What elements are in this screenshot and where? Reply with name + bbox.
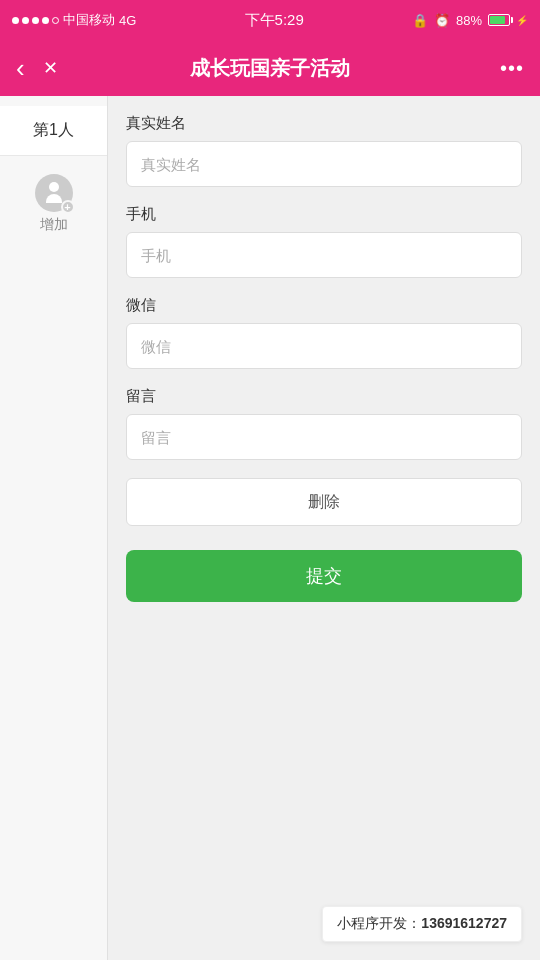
dot2 <box>22 17 29 24</box>
add-icon-circle: + <box>35 174 73 212</box>
label-wechat: 微信 <box>126 296 522 315</box>
sidebar-person-item[interactable]: 第1人 <box>0 106 107 156</box>
message-input[interactable] <box>141 429 507 446</box>
real-name-input[interactable] <box>141 156 507 173</box>
lightning-icon: ⚡ <box>516 15 528 26</box>
battery-percent: 88% <box>456 13 482 28</box>
lock-icon: 🔒 <box>412 13 428 28</box>
delete-button[interactable]: 删除 <box>126 478 522 526</box>
phone-input[interactable] <box>141 247 507 264</box>
add-label: 增加 <box>40 216 68 234</box>
network-label: 4G <box>119 13 136 28</box>
dot4 <box>42 17 49 24</box>
status-right: 🔒 ⏰ 88% ⚡ <box>412 13 528 28</box>
battery-body <box>488 14 510 26</box>
alarm-icon: ⏰ <box>434 13 450 28</box>
sidebar: 第1人 + 增加 <box>0 96 108 960</box>
battery-fill <box>490 16 505 24</box>
dot3 <box>32 17 39 24</box>
plus-badge: + <box>61 200 75 214</box>
field-group-wechat: 微信 <box>126 296 522 369</box>
wechat-input[interactable] <box>141 338 507 355</box>
nav-bar: ‹ ✕ 成长玩国亲子活动 ••• <box>0 40 540 96</box>
field-group-message: 留言 <box>126 387 522 460</box>
battery-indicator <box>488 14 510 26</box>
person-label: 第1人 <box>33 120 74 141</box>
status-bar: 中国移动 4G 下午5:29 🔒 ⏰ 88% ⚡ <box>0 0 540 40</box>
input-wrapper-realname <box>126 141 522 187</box>
label-phone: 手机 <box>126 205 522 224</box>
dot1 <box>12 17 19 24</box>
person-silhouette <box>43 182 65 204</box>
input-wrapper-phone <box>126 232 522 278</box>
page-title: 成长玩国亲子活动 <box>190 55 350 82</box>
input-wrapper-wechat <box>126 323 522 369</box>
field-group-phone: 手机 <box>126 205 522 278</box>
person-head <box>49 182 59 192</box>
more-button[interactable]: ••• <box>500 57 524 80</box>
form-area: 真实姓名 手机 微信 留言 删除 提交 <box>108 96 540 960</box>
status-time: 下午5:29 <box>245 11 304 30</box>
person-body <box>46 194 62 203</box>
status-left: 中国移动 4G <box>12 11 136 29</box>
main-layout: 第1人 + 增加 真实姓名 手机 <box>0 96 540 960</box>
footer-text: 小程序开发： <box>337 915 421 931</box>
signal-dots <box>12 17 59 24</box>
nav-left-actions: ‹ ✕ <box>16 53 58 84</box>
input-wrapper-message <box>126 414 522 460</box>
dot5 <box>52 17 59 24</box>
back-button[interactable]: ‹ <box>16 53 25 84</box>
add-person-button[interactable]: + 增加 <box>0 156 107 252</box>
carrier-label: 中国移动 <box>63 11 115 29</box>
submit-button[interactable]: 提交 <box>126 550 522 602</box>
label-realname: 真实姓名 <box>126 114 522 133</box>
label-message: 留言 <box>126 387 522 406</box>
field-group-realname: 真实姓名 <box>126 114 522 187</box>
footer-badge: 小程序开发：13691612727 <box>322 906 522 942</box>
close-button[interactable]: ✕ <box>43 57 58 79</box>
footer-phone: 13691612727 <box>421 915 507 931</box>
